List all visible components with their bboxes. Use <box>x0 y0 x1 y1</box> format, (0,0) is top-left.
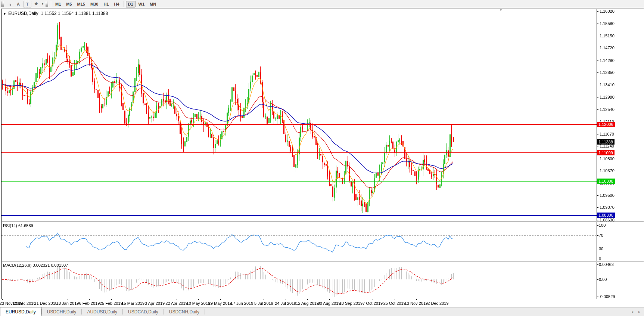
tab-eurusd[interactable]: EURUSD,Daily <box>0 307 41 316</box>
price-axis-tick: 1.13850 <box>600 70 615 75</box>
tabs: EURUSD,DailyUSDCHF,DailyAUDUSD,DailyUSDC… <box>0 307 205 316</box>
fibonacci-icon[interactable]: F <box>5 1 13 7</box>
price-axis-tick: 1.13410 <box>600 83 615 87</box>
macd-axis-tick: 0.00463 <box>599 262 614 267</box>
rsi-axis-tick: 70 <box>599 233 603 238</box>
timeframe-button-m15[interactable]: M15 <box>75 1 87 7</box>
macd-axis-tick: 0.00 <box>599 277 607 282</box>
date-axis-tick: 12 Aug 2019 <box>296 301 319 306</box>
hline-price-tag[interactable]: 1.08800 <box>597 213 615 218</box>
date-axis-tick: 15 Mar 2019 <box>121 301 144 306</box>
chart-window: F A T ❖ ▾ M1M5M15M30H1H4D1W1MN ▼EURUSD,D… <box>0 0 644 316</box>
tab-separator <box>205 309 205 315</box>
date-axis-tick: 5 Jul 2019 <box>254 301 273 306</box>
timeframe-buttons: M1M5M15M30H1H4D1W1MN <box>49 1 159 7</box>
macd-axis-tick: -0.00529 <box>599 294 615 299</box>
toolbar-separator <box>124 1 124 7</box>
fibonacci-icon-svg: F <box>7 1 11 7</box>
date-axis-tick: 12 Dec 2018 <box>12 301 35 306</box>
date-axis-tick: 18 Jan 2019 <box>56 301 79 306</box>
price-axis-tick: 1.11670 <box>600 132 614 136</box>
price-axis-tick: 1.14720 <box>600 46 615 50</box>
chart-canvas[interactable] <box>0 0 644 316</box>
arrows-dropdown-icon[interactable]: ▾ <box>41 2 44 6</box>
date-axis-tick: 29 May 2019 <box>208 301 232 306</box>
tab-usdchf[interactable]: USDCHF,Daily <box>42 307 82 316</box>
date-axis-tick: 18 Sep 2019 <box>339 301 363 306</box>
toolbar: F A T ❖ ▾ M1M5M15M30H1H4D1W1MN <box>0 0 644 8</box>
price-axis-tick: 1.09500 <box>600 193 615 198</box>
toolbar-grip[interactable] <box>1 1 4 7</box>
timeframe-button-d1[interactable]: D1 <box>126 1 136 7</box>
date-axis-tick: 30 Aug 2019 <box>318 301 341 306</box>
hline-price-tag[interactable]: 1.12006 <box>597 122 615 127</box>
timeframe-button-mn[interactable]: MN <box>147 1 158 7</box>
timeframe-button-m1[interactable]: M1 <box>53 1 63 7</box>
tab-usdcnh[interactable]: USDCNH,Daily <box>164 307 205 316</box>
price-axis-tick: 1.10370 <box>600 168 615 173</box>
hline-price-tag[interactable]: 1.10008 <box>597 179 615 184</box>
tab-audusd[interactable]: AUDUSD,Daily <box>82 307 122 316</box>
date-axis-tick: 17 Jun 2019 <box>231 301 253 306</box>
date-axis-tick: 25 Feb 2019 <box>100 301 123 306</box>
date-axis-tick: 24 Jul 2019 <box>275 301 296 306</box>
date-axis-tick: 13 Nov 2019 <box>405 301 428 306</box>
date-axis-tick: 6 Feb 2019 <box>79 301 100 306</box>
date-axis-tick: 7 Oct 2019 <box>363 301 383 306</box>
chart-title: ▼EURUSD,Daily 1.11552 1.11564 1.11381 1.… <box>3 11 108 16</box>
price-axis-tick: 1.12980 <box>600 95 615 99</box>
rsi-axis-tick: 0 <box>599 257 601 261</box>
tab-scroll-right-icon[interactable]: ▸ <box>638 310 640 314</box>
symbol-tab-bar: EURUSD,DailyUSDCHF,DailyAUDUSD,DailyUSDC… <box>0 307 644 316</box>
tab-scrollers: ◂ ▸ <box>631 307 644 316</box>
symbol-name: EURUSD,Daily <box>8 11 38 16</box>
date-axis-tick: 22 Apr 2019 <box>165 301 187 306</box>
tab-scroll-left-icon[interactable]: ◂ <box>631 310 633 314</box>
date-axis-tick: 25 Oct 2019 <box>383 301 406 306</box>
macd-label: MACD(12,26,9) 0.002321 0.001307 <box>3 263 68 267</box>
arrows-icon[interactable]: ❖ <box>32 1 40 7</box>
price-axis-tick: 1.09070 <box>600 205 615 210</box>
date-axis-tick: 2 Dec 2019 <box>427 301 448 306</box>
timeframe-button-h4[interactable]: H4 <box>112 1 121 7</box>
price-axis-tick: 1.10800 <box>600 157 615 161</box>
price-axis-tick: 1.12540 <box>600 107 615 112</box>
svg-text:F: F <box>10 4 11 6</box>
date-axis-tick: 3 Apr 2019 <box>145 301 165 306</box>
timeframe-button-h1[interactable]: H1 <box>101 1 111 7</box>
rsi-axis-tick: 100 <box>599 223 606 227</box>
toolbar-grip-2[interactable] <box>46 1 48 7</box>
rsi-axis-tick: 30 <box>599 247 603 251</box>
rsi-label: RSI(14) 61.6589 <box>3 223 33 228</box>
price-axis-tick: 1.16020 <box>600 9 615 13</box>
timeframe-button-m30[interactable]: M30 <box>88 1 100 7</box>
text-label-icon[interactable]: T <box>23 1 31 7</box>
hline-price-tag[interactable]: 1.11009 <box>597 150 615 155</box>
timeframe-button-m5[interactable]: M5 <box>64 1 74 7</box>
price-axis-tick: 1.08630 <box>600 218 615 222</box>
tab-usdcad[interactable]: USDCAD,Daily <box>123 307 164 316</box>
text-icon[interactable]: A <box>14 1 22 7</box>
price-axis-tick: 1.14280 <box>600 58 615 63</box>
chart-shift-icon[interactable]: ▼ <box>499 8 503 12</box>
current-price-tag: 1.11388 <box>597 139 615 145</box>
date-axis-tick: 10 May 2019 <box>187 301 211 306</box>
toolbar-separator <box>51 1 51 7</box>
symbol-caret-icon[interactable]: ▼ <box>3 12 6 16</box>
date-axis-tick: 31 Dec 2018 <box>34 301 57 306</box>
price-axis-tick: 1.15150 <box>600 34 615 38</box>
timeframe-button-w1[interactable]: W1 <box>136 1 147 7</box>
price-axis-tick: 1.15580 <box>600 21 615 26</box>
ohlc-readout: 1.11552 1.11564 1.11381 1.11388 <box>41 11 108 16</box>
